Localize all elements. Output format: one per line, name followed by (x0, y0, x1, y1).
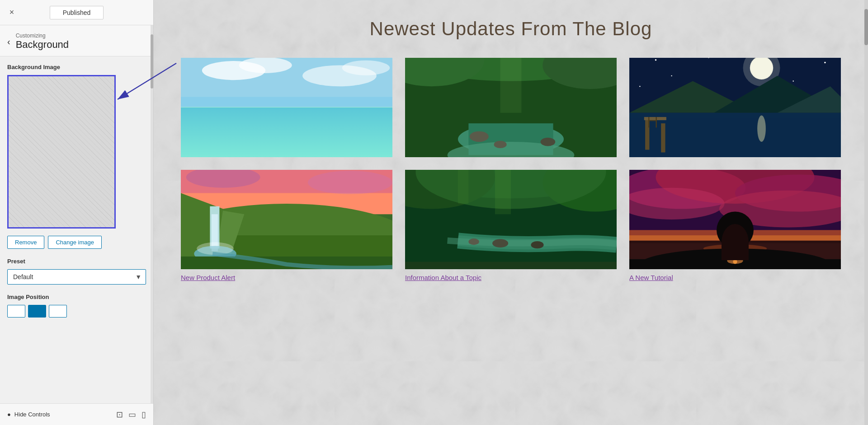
top-bar: × Published (0, 0, 153, 25)
svg-rect-43 (648, 117, 649, 127)
svg-point-31 (793, 80, 794, 81)
svg-rect-8 (181, 107, 392, 157)
svg-point-49 (308, 171, 392, 194)
blog-card-3 (629, 58, 841, 157)
back-button[interactable]: ‹ (7, 37, 10, 47)
svg-rect-9 (181, 113, 392, 157)
card-image-forest2 (405, 170, 617, 269)
blog-heading: Newest Updates From The Blog (181, 18, 841, 40)
image-position-section: Image Position (7, 294, 146, 318)
left-scrollbar (151, 25, 153, 403)
position-center-button[interactable] (28, 305, 46, 318)
svg-point-87 (733, 260, 737, 264)
change-image-button[interactable]: Change image (48, 236, 102, 249)
svg-rect-65 (458, 170, 468, 204)
svg-rect-44 (656, 117, 657, 127)
card-image-sunset (629, 170, 841, 269)
blog-card-6: A New Tutorial (629, 170, 841, 281)
svg-point-33 (639, 86, 640, 87)
bg-image-inner (9, 76, 114, 227)
svg-rect-41 (661, 123, 665, 152)
blog-card-4: New Product Alert (181, 170, 392, 281)
close-button[interactable]: × (5, 6, 18, 19)
blog-card-2 (405, 58, 617, 157)
svg-point-67 (531, 241, 543, 248)
blog-grid: New Product Alert (181, 58, 841, 281)
preset-select[interactable]: Default Center Fill Fit Repeat Tile (7, 269, 146, 285)
card-title-5[interactable]: Information About a Topic (405, 274, 617, 281)
desktop-icon[interactable]: ⊡ (116, 410, 123, 420)
svg-rect-38 (629, 118, 841, 157)
image-position-label: Image Position (7, 294, 146, 300)
main-content: Newest Updates From The Blog (154, 0, 868, 425)
svg-point-5 (239, 58, 292, 73)
svg-point-39 (757, 116, 766, 142)
svg-rect-42 (644, 117, 666, 120)
tablet-icon[interactable]: ▭ (128, 410, 136, 420)
section-label-bg-image: Background Image (7, 64, 146, 70)
svg-point-29 (671, 75, 672, 76)
svg-point-68 (468, 238, 479, 245)
blog-card-1 (181, 58, 392, 157)
position-grid (7, 305, 146, 318)
card-image-ocean (181, 58, 392, 157)
panel-content: Background Image Remove Change image Pre… (0, 56, 153, 403)
hide-controls-label: Hide Controls (14, 411, 50, 418)
preset-section: Preset Default Center Fill Fit Repeat Ti… (7, 258, 146, 285)
svg-point-32 (824, 62, 826, 64)
svg-point-85 (717, 211, 754, 248)
hide-controls-button[interactable]: ● Hide Controls (7, 411, 50, 418)
svg-point-66 (492, 239, 508, 248)
card-image-waterfall (181, 170, 392, 269)
panel-title: Background (16, 39, 69, 51)
svg-rect-10 (181, 118, 392, 157)
published-button[interactable]: Published (50, 6, 104, 19)
card-image-moonlight (629, 58, 841, 157)
panel-header: ‹ Customizing Background (0, 25, 153, 56)
panel-title-group: Customizing Background (16, 33, 69, 51)
card-image-forest (405, 58, 617, 157)
image-action-buttons: Remove Change image (7, 236, 146, 249)
background-image-preview (7, 75, 116, 229)
left-scrollbar-thumb (151, 34, 153, 89)
svg-point-20 (541, 138, 556, 146)
blog-card-5: Information About a Topic (405, 170, 617, 281)
svg-point-7 (342, 61, 390, 75)
svg-point-19 (470, 131, 489, 142)
position-left-button[interactable] (7, 305, 25, 318)
svg-rect-69 (405, 262, 617, 269)
svg-point-28 (655, 59, 657, 61)
bottom-bar: ● Hide Controls ⊡ ▭ ▯ (0, 403, 153, 425)
panel-subtitle: Customizing (16, 33, 69, 39)
blog-section: Newest Updates From The Blog (154, 0, 868, 299)
device-icons: ⊡ ▭ ▯ (116, 410, 146, 420)
preset-label: Preset (7, 258, 146, 265)
svg-rect-64 (495, 170, 511, 214)
circle-icon: ● (7, 411, 11, 418)
svg-rect-22 (500, 58, 522, 113)
remove-button[interactable]: Remove (7, 236, 44, 249)
mobile-icon[interactable]: ▯ (142, 410, 146, 420)
card-title-6[interactable]: A New Tutorial (629, 274, 841, 281)
svg-rect-84 (732, 235, 738, 262)
position-right-button[interactable] (49, 305, 67, 318)
card-title-4[interactable]: New Product Alert (181, 274, 392, 281)
customizer-panel: × Published ‹ Customizing Background Bac… (0, 0, 154, 425)
preset-select-wrapper: Default Center Fill Fit Repeat Tile ▼ (7, 269, 146, 285)
svg-point-21 (494, 141, 507, 148)
